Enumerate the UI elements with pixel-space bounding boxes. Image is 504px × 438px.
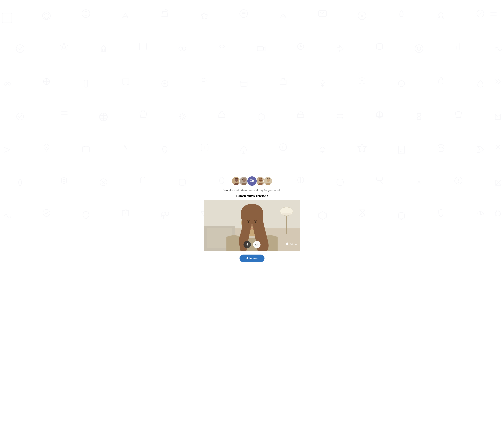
avatar-group [232,176,272,186]
svg-rect-17 [240,81,247,86]
avatar-video-icon [247,176,257,186]
svg-point-11 [179,47,182,50]
settings-label: Settings [290,243,297,245]
svg-point-21 [180,115,184,118]
svg-point-43 [267,178,270,182]
svg-point-16 [44,78,50,85]
svg-point-25 [100,179,107,186]
svg-point-2 [82,10,90,18]
avatar-person-4 [263,176,272,186]
video-controls: Settings [204,241,300,248]
svg-rect-27 [43,209,50,216]
svg-point-18 [321,81,325,84]
svg-point-15 [415,45,423,53]
svg-point-14 [417,47,421,50]
svg-rect-0 [2,13,12,23]
svg-point-58 [255,221,256,222]
svg-rect-63 [255,244,257,245]
camera-button[interactable] [253,241,260,248]
svg-point-5 [358,12,366,20]
svg-point-8 [16,45,24,53]
mute-button[interactable] [244,241,251,248]
meeting-title: Lunch with friends [236,194,269,198]
svg-rect-19 [398,81,404,87]
svg-rect-36 [250,180,253,182]
svg-rect-13 [257,46,263,51]
main-card: Danielle and others are waiting for you … [202,173,302,265]
svg-rect-20 [17,113,23,120]
svg-point-23 [280,144,287,151]
waiting-subtitle: Danielle and others are waiting for you … [223,189,281,192]
svg-point-56 [255,221,257,223]
svg-point-3 [240,10,248,18]
svg-point-1 [43,12,50,20]
svg-rect-4 [319,11,326,17]
svg-rect-7 [477,10,484,17]
svg-rect-22 [82,147,89,152]
svg-point-12 [182,47,186,50]
svg-point-57 [248,221,248,222]
svg-rect-9 [139,43,146,50]
svg-rect-24 [398,146,404,154]
svg-rect-41 [259,180,263,181]
svg-point-55 [247,221,249,223]
join-now-button[interactable]: Join now [239,254,265,262]
settings-button[interactable]: Settings [286,242,297,245]
svg-point-6 [439,13,443,17]
video-preview: Settings [204,200,300,251]
svg-point-51 [281,213,292,215]
